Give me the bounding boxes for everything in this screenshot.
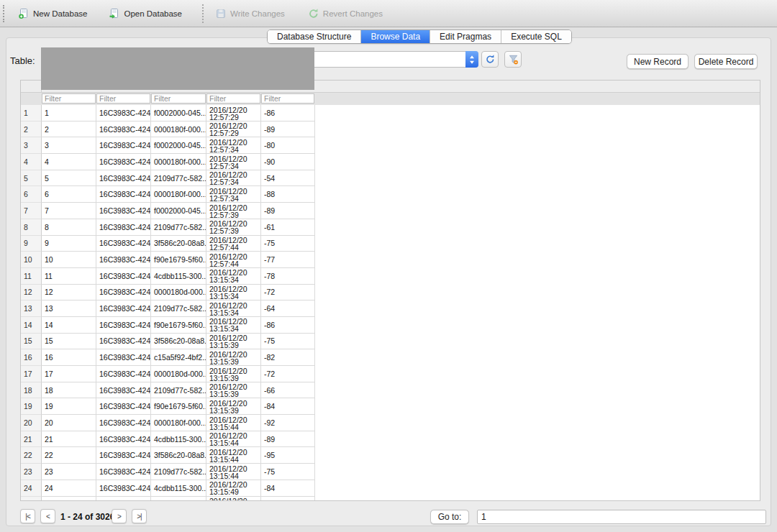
cell[interactable]: 16C3983C-424... xyxy=(96,415,151,431)
cell[interactable]: 2109d77c-582... xyxy=(151,170,206,187)
cell[interactable]: 16C3983C-424... xyxy=(96,121,151,138)
cell-timestamp[interactable]: 2016/12/2012:57:39 xyxy=(206,219,261,236)
last-page-button[interactable]: >| xyxy=(132,509,147,523)
filter-input-col2[interactable] xyxy=(96,93,150,104)
cell[interactable]: 0000180d-000... xyxy=(151,366,206,382)
cell[interactable]: 2 xyxy=(42,121,96,138)
cell[interactable]: 16C3983C-424... xyxy=(96,285,151,301)
new-record-button[interactable]: New Record xyxy=(627,54,689,69)
cell-timestamp[interactable]: 2016/12/2013:15:34 xyxy=(206,301,261,317)
cell[interactable]: 16C3983C-424... xyxy=(96,301,151,317)
cell[interactable]: -61 xyxy=(261,219,315,236)
cell[interactable]: 1 xyxy=(42,105,96,121)
cell[interactable]: -90 xyxy=(261,154,315,170)
cell[interactable]: -75 xyxy=(261,236,315,252)
first-page-button[interactable]: |< xyxy=(20,509,35,523)
cell-timestamp[interactable]: 2016/12/2012:57:34 xyxy=(206,137,261,154)
cell-timestamp[interactable]: 2016/12/2012:57:34 xyxy=(206,170,261,187)
cell[interactable]: 16C3983C-424... xyxy=(96,431,151,448)
open-database-button[interactable]: Open Database xyxy=(109,8,182,19)
cell[interactable]: -89 xyxy=(261,203,315,219)
cell[interactable]: -80 xyxy=(261,137,315,154)
cell[interactable]: 2109d77c-582... xyxy=(151,464,206,480)
cell[interactable]: 6 xyxy=(42,186,96,203)
cell[interactable]: -86 xyxy=(261,105,315,121)
cell-timestamp[interactable]: 2016/12/2013:15:34 xyxy=(206,268,261,285)
cell[interactable]: 4cdbb115-300... xyxy=(151,431,206,448)
tab-database-structure[interactable]: Database Structure xyxy=(268,30,361,43)
cell[interactable]: -88 xyxy=(261,186,315,203)
cell[interactable]: 16C3983C-424... xyxy=(96,334,151,350)
cell[interactable]: 16C3983C-424... xyxy=(96,398,151,415)
filter-input-col4[interactable] xyxy=(206,93,260,104)
cell[interactable]: 13 xyxy=(42,301,96,317)
cell[interactable]: 16C3983C-424... xyxy=(96,447,151,464)
cell[interactable]: 2109d77c-582... xyxy=(151,301,206,317)
cell[interactable]: 16C3983C-424... xyxy=(96,366,151,382)
cell[interactable]: 25 xyxy=(42,497,96,502)
cell[interactable]: 21 xyxy=(42,431,96,448)
cell[interactable]: -75 xyxy=(261,334,315,350)
cell[interactable]: 3f586c20-08a8... xyxy=(151,236,206,252)
cell[interactable]: -78 xyxy=(261,268,315,285)
cell[interactable]: 0000180f-000... xyxy=(151,186,206,203)
cell[interactable]: 7 xyxy=(42,203,96,219)
cell-timestamp[interactable]: 2016/12/2013:15:44 xyxy=(206,431,261,448)
cell[interactable]: 16C3983C-424... xyxy=(96,464,151,480)
cell[interactable]: f90e1679-5f60... xyxy=(151,317,206,334)
cell-timestamp[interactable]: 2016/12/2013:15:44 xyxy=(206,464,261,480)
cell-timestamp[interactable]: 2016/12/2013:15:49 xyxy=(206,497,261,502)
cell[interactable]: 3f586c20-08a8... xyxy=(151,447,206,464)
cell[interactable]: 3f586c20-08a8... xyxy=(151,334,206,350)
cell[interactable]: 16C3983C-424... xyxy=(96,349,151,366)
cell[interactable]: c15a5f92-4bf2... xyxy=(151,349,206,366)
cell[interactable]: -54 xyxy=(261,170,315,187)
cell[interactable]: -75 xyxy=(261,464,315,480)
cell[interactable]: 16C3983C-424... xyxy=(96,268,151,285)
cell[interactable]: -82 xyxy=(261,349,315,366)
cell[interactable]: f90e1679-5f60... xyxy=(151,497,206,502)
cell[interactable]: -89 xyxy=(261,121,315,138)
cell[interactable]: f90e1679-5f60... xyxy=(151,252,206,268)
filter-input-col5[interactable] xyxy=(261,93,314,104)
cell[interactable]: 2109d77c-582... xyxy=(151,219,206,236)
cell[interactable]: 16C3983C-424... xyxy=(96,203,151,219)
cell-timestamp[interactable]: 2016/12/2013:15:44 xyxy=(206,415,261,431)
cell-timestamp[interactable]: 2016/12/2012:57:39 xyxy=(206,203,261,219)
cell-timestamp[interactable]: 2016/12/2013:15:39 xyxy=(206,349,261,366)
cell[interactable]: 16C3983C-424... xyxy=(96,236,151,252)
cell[interactable]: 11 xyxy=(42,268,96,285)
cell[interactable]: 23 xyxy=(42,464,96,480)
cell[interactable]: 20 xyxy=(42,415,96,431)
cell[interactable]: -86 xyxy=(261,317,315,334)
cell[interactable]: f0002000-045... xyxy=(151,137,206,154)
cell[interactable]: -92 xyxy=(261,415,315,431)
cell[interactable]: 0000180f-000... xyxy=(151,154,206,170)
cell-timestamp[interactable]: 2016/12/2013:15:34 xyxy=(206,317,261,334)
cell[interactable]: 9 xyxy=(42,236,96,252)
filter-input-col3[interactable] xyxy=(151,93,206,104)
goto-record-input[interactable] xyxy=(477,510,766,524)
cell-timestamp[interactable]: 2016/12/2013:15:39 xyxy=(206,334,261,350)
cell[interactable]: 12 xyxy=(42,285,96,301)
cell-timestamp[interactable]: 2016/12/2013:15:39 xyxy=(206,366,261,382)
cell[interactable]: 24 xyxy=(42,480,96,497)
refresh-button[interactable] xyxy=(481,51,499,68)
cell[interactable]: f0002000-045... xyxy=(151,203,206,219)
cell[interactable]: 19 xyxy=(42,398,96,415)
cell-timestamp[interactable]: 2016/12/2013:15:34 xyxy=(206,285,261,301)
clear-all-filters-button[interactable] xyxy=(504,51,522,68)
cell[interactable]: -72 xyxy=(261,285,315,301)
cell[interactable]: 16C3983C-424... xyxy=(96,480,151,497)
cell[interactable]: 22 xyxy=(42,447,96,464)
cell[interactable]: 16C3983C-424... xyxy=(96,497,151,502)
cell[interactable]: -84 xyxy=(261,480,315,497)
tab-edit-pragmas[interactable]: Edit Pragmas xyxy=(430,30,501,43)
new-database-button[interactable]: New Database xyxy=(18,8,87,19)
cell[interactable]: 16C3983C-424... xyxy=(96,105,151,121)
cell-timestamp[interactable]: 2016/12/2013:15:44 xyxy=(206,447,261,464)
previous-page-button[interactable]: < xyxy=(40,509,55,523)
cell[interactable]: f90e1679-5f60... xyxy=(151,398,206,415)
cell[interactable]: 16C3983C-424... xyxy=(96,219,151,236)
cell[interactable]: 16C3983C-424... xyxy=(96,252,151,268)
